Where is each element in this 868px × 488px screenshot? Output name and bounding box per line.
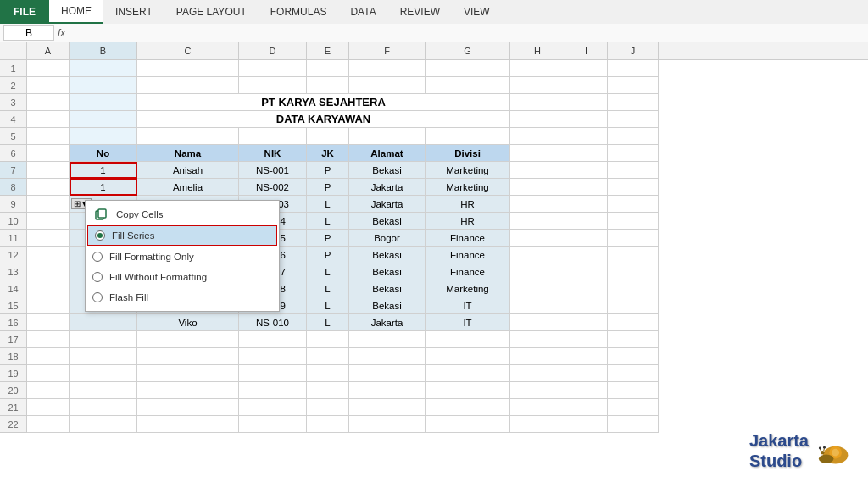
cell-a6[interactable] [27, 145, 70, 162]
cell-i13[interactable] [565, 263, 608, 280]
cell-b1[interactable] [70, 60, 137, 77]
cell-jk-8[interactable]: P [307, 179, 349, 196]
cell-h6[interactable] [510, 145, 565, 162]
cell-a5[interactable] [27, 128, 70, 145]
cell-h12[interactable] [510, 247, 565, 263]
cell-i3[interactable] [565, 94, 608, 111]
cell-reference[interactable]: B [3, 25, 54, 41]
header-jk[interactable]: JK [307, 145, 349, 162]
cell-jk-10[interactable]: L [307, 213, 349, 230]
cell-a9[interactable] [27, 196, 70, 213]
file-tab[interactable]: FILE [0, 0, 49, 24]
cell-c2[interactable] [137, 77, 239, 94]
cell-divisi-16[interactable]: IT [426, 314, 510, 331]
cell-nama-7[interactable]: Anisah [137, 162, 239, 179]
cell-alamat-7[interactable]: Bekasi [349, 162, 426, 179]
cell-jk-16[interactable]: L [307, 314, 349, 331]
cell-h3[interactable] [510, 94, 565, 111]
cell-b2[interactable] [70, 77, 137, 94]
cell-i5[interactable] [565, 128, 608, 145]
tab-page-layout[interactable]: PAGE LAYOUT [164, 0, 259, 24]
cell-a7[interactable] [27, 162, 70, 179]
cell-d1[interactable] [239, 60, 307, 77]
cell-j10[interactable] [608, 213, 659, 230]
cell-b3[interactable] [70, 94, 137, 111]
fill-formatting-option[interactable]: Fill Formatting Only [86, 247, 279, 267]
cell-i10[interactable] [565, 213, 608, 230]
cell-j6[interactable] [608, 145, 659, 162]
col-header-d[interactable]: D [239, 42, 307, 59]
fill-without-formatting-option[interactable]: Fill Without Formatting [86, 267, 279, 287]
autofill-dropdown[interactable]: Copy Cells Fill Series Fill Formatting O… [85, 200, 280, 312]
cell-alamat-8[interactable]: Jakarta [349, 179, 426, 196]
tab-insert[interactable]: INSERT [103, 0, 164, 24]
cell-jk-7[interactable]: P [307, 162, 349, 179]
cell-j9[interactable] [608, 196, 659, 213]
cell-no-7[interactable]: 1 [70, 162, 137, 179]
col-header-g[interactable]: G [426, 42, 510, 59]
cell-h11[interactable] [510, 230, 565, 247]
cell-g2[interactable] [426, 77, 510, 94]
cell-h2[interactable] [510, 77, 565, 94]
cell-i14[interactable] [565, 280, 608, 297]
cell-jk-13[interactable]: L [307, 263, 349, 280]
subtitle-cell[interactable]: DATA KARYAWAN [137, 111, 510, 128]
cell-a4[interactable] [27, 111, 70, 128]
cell-j8[interactable] [608, 179, 659, 196]
cell-alamat-13[interactable]: Bekasi [349, 263, 426, 280]
cell-d2[interactable] [239, 77, 307, 94]
cell-a11[interactable] [27, 230, 70, 247]
cell-c1[interactable] [137, 60, 239, 77]
cell-h15[interactable] [510, 297, 565, 314]
cell-h5[interactable] [510, 128, 565, 145]
cell-j14[interactable] [608, 280, 659, 297]
cell-j2[interactable] [608, 77, 659, 94]
cell-i7[interactable] [565, 162, 608, 179]
cell-divisi-9[interactable]: HR [426, 196, 510, 213]
cell-b5[interactable] [70, 128, 137, 145]
cell-a3[interactable] [27, 94, 70, 111]
header-no[interactable]: No [70, 145, 137, 162]
cell-h9[interactable] [510, 196, 565, 213]
cell-alamat-14[interactable]: Bekasi [349, 280, 426, 297]
cell-jk-15[interactable]: L [307, 297, 349, 314]
cell-j7[interactable] [608, 162, 659, 179]
col-header-b[interactable]: B [70, 42, 137, 59]
cell-h14[interactable] [510, 280, 565, 297]
cell-alamat-10[interactable]: Bekasi [349, 213, 426, 230]
cell-a2[interactable] [27, 77, 70, 94]
cell-divisi-12[interactable]: Finance [426, 247, 510, 263]
tab-data[interactable]: DATA [338, 0, 387, 24]
cell-h10[interactable] [510, 213, 565, 230]
cell-nik-16[interactable]: NS-010 [239, 314, 307, 331]
fill-series-option[interactable]: Fill Series [87, 225, 277, 246]
cell-i9[interactable] [565, 196, 608, 213]
cell-d5[interactable] [239, 128, 307, 145]
cell-jk-9[interactable]: L [307, 196, 349, 213]
cell-f5[interactable] [349, 128, 426, 145]
tab-review[interactable]: REVIEW [388, 0, 452, 24]
col-header-e[interactable]: E [307, 42, 349, 59]
cell-a16[interactable] [27, 314, 70, 331]
cell-j5[interactable] [608, 128, 659, 145]
cell-g1[interactable] [426, 60, 510, 77]
cell-divisi-13[interactable]: Finance [426, 263, 510, 280]
col-header-a[interactable]: A [27, 42, 70, 59]
cell-c5[interactable] [137, 128, 239, 145]
cell-g5[interactable] [426, 128, 510, 145]
cell-nik-8[interactable]: NS-002 [239, 179, 307, 196]
cell-a12[interactable] [27, 247, 70, 263]
cell-nama-8[interactable]: Amelia [137, 179, 239, 196]
header-nik[interactable]: NIK [239, 145, 307, 162]
cell-a13[interactable] [27, 263, 70, 280]
cell-a10[interactable] [27, 213, 70, 230]
cell-f1[interactable] [349, 60, 426, 77]
cell-i8[interactable] [565, 179, 608, 196]
cell-jk-12[interactable]: P [307, 247, 349, 263]
flash-fill-option[interactable]: Flash Fill [86, 287, 279, 308]
col-header-h[interactable]: H [510, 42, 565, 59]
cell-j1[interactable] [608, 60, 659, 77]
cell-no-8[interactable]: 1 [70, 179, 137, 196]
cell-h4[interactable] [510, 111, 565, 128]
cell-f2[interactable] [349, 77, 426, 94]
